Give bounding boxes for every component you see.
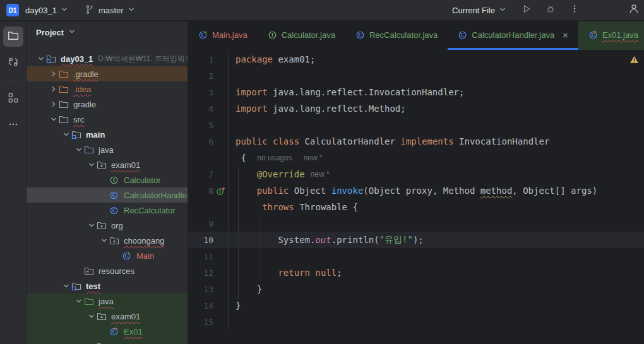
line-number[interactable]: 10 [188, 235, 213, 245]
line-number[interactable]: 9 [188, 219, 213, 228]
tree-item-java[interactable]: java [27, 142, 188, 157]
tree-item-src[interactable]: src [27, 112, 188, 127]
chevron-down-icon[interactable] [86, 311, 97, 321]
chevron-down-icon[interactable] [73, 296, 84, 306]
tree-item-gradle[interactable]: gradle [27, 97, 188, 112]
implements-gutter-icon[interactable]: I [213, 186, 228, 196]
tab-RecCalculator.java[interactable]: CRecCalculator.java [345, 21, 448, 50]
code-line-6[interactable]: 6public class CalculatorHandler implemen… [188, 133, 644, 150]
structure-toolwindow-button[interactable] [3, 89, 23, 109]
chevron-right-icon[interactable] [48, 99, 59, 109]
editor-area: CMain.javaICalculator.javaCRecCalculator… [188, 21, 644, 344]
git-branch-icon [85, 4, 95, 16]
tab-Ex01.java[interactable]: CEx01.java [578, 21, 644, 50]
more-actions-button[interactable] [567, 3, 582, 18]
tree-item-exam01[interactable]: exam01 [27, 157, 188, 172]
project-selector[interactable]: day03_1 [25, 5, 68, 15]
tab-CalculatorHandler.java[interactable]: CCalculatorHandler.java× [448, 21, 578, 50]
code-token: method [480, 186, 513, 196]
tree-item-main[interactable]: main [27, 127, 188, 142]
code-line-13[interactable]: 13 } [188, 281, 644, 297]
code-token: ( [374, 235, 379, 245]
tree-item-label: Main [136, 251, 154, 261]
chevron-down-icon[interactable] [35, 54, 46, 64]
line-number[interactable]: 1 [188, 55, 213, 64]
inspections-warning-icon[interactable] [629, 55, 639, 66]
line-number[interactable]: 3 [188, 88, 213, 97]
line-number[interactable]: 15 [188, 317, 213, 327]
line-number[interactable]: 7 [188, 170, 213, 179]
line-number[interactable]: 2 [188, 71, 213, 81]
tree-item-Ex01[interactable]: CEx01 [27, 324, 188, 339]
tree-item-test[interactable]: test [27, 278, 188, 294]
line-number[interactable]: 5 [188, 121, 213, 130]
code-line-1[interactable]: 1package exam01; [188, 51, 644, 68]
chevron-right-icon[interactable] [48, 69, 59, 79]
tree-item-resources[interactable]: resources [27, 263, 188, 278]
profile-button[interactable] [626, 3, 641, 18]
tree-item-org[interactable]: org [27, 218, 188, 233]
tab-Calculator.java[interactable]: ICalculator.java [258, 21, 345, 50]
tree-item-partial[interactable] [27, 339, 188, 344]
tree-item-day03_1[interactable]: day03_1D:₩박세현₩11. 프레임워크 [27, 51, 188, 66]
package-icon [97, 311, 109, 321]
code-line-15[interactable]: 15 [188, 314, 644, 330]
tree-item-Main[interactable]: CMain [27, 248, 188, 263]
class-icon: C [109, 190, 121, 200]
code-token [310, 268, 315, 278]
close-icon[interactable]: × [563, 30, 568, 40]
tree-item-.idea[interactable]: .idea [27, 81, 188, 97]
code-line-9[interactable]: 9 [188, 215, 644, 232]
chevron-down-icon[interactable] [86, 160, 97, 170]
code-line-10[interactable]: 10 System.out.println("유입!"); [188, 232, 644, 248]
chevron-right-icon[interactable] [48, 84, 59, 94]
tree-item-RecCalculator[interactable]: CRecCalculator [27, 203, 188, 218]
tree-item-.gradle[interactable]: .gradle [27, 66, 188, 81]
run-button[interactable] [519, 3, 534, 18]
tree-item-exam01[interactable]: exam01 [27, 309, 188, 324]
run-config-selector[interactable]: Current File [452, 6, 506, 15]
code-line-11[interactable]: 11 [188, 248, 644, 264]
line-number[interactable]: 8 [188, 186, 213, 196]
code-line-wrap[interactable]: throws Throwable { [188, 199, 644, 215]
code-token: Object [289, 186, 331, 196]
line-number[interactable]: 4 [188, 104, 213, 114]
project-toolwindow-button[interactable] [3, 27, 23, 47]
commit-toolwindow-button[interactable] [3, 53, 23, 73]
code-line-2[interactable]: 2 [188, 68, 644, 84]
tab-Main.java[interactable]: CMain.java [188, 21, 258, 50]
chevron-down-icon[interactable] [48, 114, 59, 124]
class-test-icon: C [109, 326, 121, 336]
code-line-5[interactable]: 5 [188, 117, 644, 133]
chevron-down-icon[interactable] [73, 145, 84, 155]
tree-item-CalculatorHandler[interactable]: CCalculatorHandler [27, 187, 188, 203]
code-editor[interactable]: 1package exam01;23import java.lang.refle… [188, 50, 644, 344]
project-panel-header[interactable]: Project [27, 21, 188, 43]
line-number[interactable]: 14 [188, 301, 213, 311]
branch-selector[interactable]: master [85, 4, 135, 16]
code-line-4[interactable]: 4import java.lang.reflect.Method; [188, 100, 644, 117]
chevron-down-icon[interactable] [98, 235, 109, 246]
line-number[interactable]: 11 [188, 252, 213, 261]
folder-icon [97, 341, 109, 344]
chevron-down-icon[interactable] [61, 129, 71, 139]
more-toolwindows-button[interactable] [3, 116, 23, 136]
line-number[interactable]: 6 [188, 137, 213, 146]
chevron-down-icon[interactable] [86, 220, 97, 230]
line-number[interactable]: 13 [188, 285, 213, 294]
interface-icon: I [268, 30, 277, 40]
tree-item-Calculator[interactable]: ICalculator [27, 172, 188, 187]
code-line-3[interactable]: 3import java.lang.reflect.InvocationHand… [188, 84, 644, 100]
code-line-8[interactable]: 8I public Object invoke(Object proxy, Me… [188, 182, 644, 199]
tree-item-choongang[interactable]: choongang [27, 233, 188, 248]
code-line-14[interactable]: 14} [188, 297, 644, 314]
chevron-down-icon[interactable] [61, 281, 71, 291]
code-line-12[interactable]: 12 return null; [188, 264, 644, 281]
chevron-spacer [98, 205, 109, 215]
line-number[interactable]: 12 [188, 268, 213, 278]
debug-button[interactable] [543, 3, 558, 18]
tree-item-java[interactable]: java [27, 294, 188, 309]
code-line-7[interactable]: 7 @Overridenew * [188, 166, 644, 182]
folder-source-icon [84, 145, 96, 155]
code-line-wrap[interactable]: { no usagesnew * [188, 150, 644, 166]
